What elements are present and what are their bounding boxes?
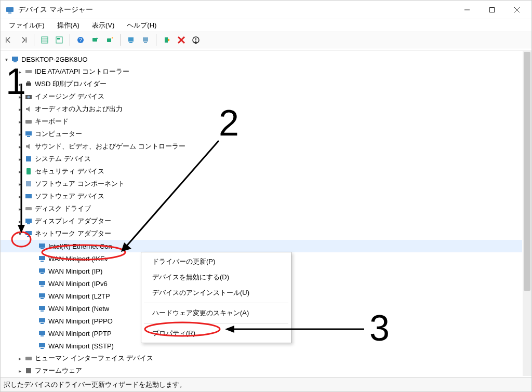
show-hidden-button[interactable]	[38, 34, 51, 46]
svg-rect-60	[39, 343, 45, 347]
svg-rect-18	[129, 42, 132, 43]
svg-rect-19	[143, 37, 148, 42]
enable-button[interactable]	[161, 34, 173, 46]
status-bar: 択したデバイスのドライバー更新ウィザードを起動します。	[1, 377, 531, 391]
maximize-button[interactable]	[480, 1, 504, 19]
chevron-right-icon[interactable]: ▸	[16, 206, 23, 212]
svg-rect-12	[57, 38, 60, 39]
ctx-separator	[144, 323, 288, 323]
camera-icon	[23, 92, 34, 101]
chevron-right-icon[interactable]: ▸	[16, 156, 23, 162]
tree-item[interactable]: ▸ヒューマン インターフェイス デバイス	[1, 352, 522, 364]
chevron-right-icon[interactable]: ▸	[16, 356, 23, 361]
tree-item[interactable]: ▸IDE ATA/ATAPI コントローラー	[1, 65, 522, 78]
back-button[interactable]	[3, 34, 15, 46]
chevron-right-icon[interactable]: ▸	[16, 69, 23, 75]
tree-item-intel-ethernet[interactable]: Intel(R) Ethernet Con	[1, 240, 522, 252]
chevron-right-icon[interactable]: ▸	[16, 144, 23, 150]
menu-help[interactable]: ヘルプ(H)	[122, 20, 162, 31]
svg-rect-52	[39, 293, 45, 298]
svg-rect-17	[128, 37, 134, 42]
status-text: 択したデバイスのドライバー更新ウィザードを起動します。	[4, 380, 186, 389]
network-adapter-icon	[37, 317, 47, 325]
printer-icon	[23, 80, 34, 88]
tree-item[interactable]: ▸ディスク ドライブ	[1, 202, 522, 215]
speaker-icon	[23, 105, 34, 113]
svg-rect-21	[165, 37, 168, 43]
tree-item[interactable]: ▸イメージング デバイス	[1, 90, 522, 103]
svg-rect-42	[25, 231, 32, 235]
tree-item[interactable]: ▸コンピューター	[1, 128, 522, 140]
tree-item-network-adapters[interactable]: ▾ネットワーク アダプター	[1, 227, 522, 240]
chevron-down-icon[interactable]: ▾	[3, 57, 10, 62]
tree-item[interactable]: ▸ディスプレイ アダプター	[1, 215, 522, 227]
svg-rect-6	[6, 37, 7, 43]
menu-action[interactable]: 操作(A)	[52, 20, 85, 31]
svg-rect-7	[26, 37, 27, 43]
uninstall-button[interactable]	[175, 34, 188, 46]
svg-rect-40	[25, 219, 32, 223]
properties-toolbar-button[interactable]	[53, 34, 65, 46]
chevron-right-icon[interactable]: ▸	[16, 368, 23, 374]
ctx-scan-hardware[interactable]: ハードウェア変更のスキャン(A)	[143, 305, 289, 321]
update-driver-button[interactable]	[103, 34, 116, 46]
tree-item[interactable]: ▸オーディオの入力および出力	[1, 103, 522, 115]
chevron-right-icon[interactable]: ▸	[16, 219, 23, 224]
scroll-thumb[interactable]	[524, 52, 530, 291]
svg-rect-43	[27, 236, 30, 237]
device2-button[interactable]	[139, 34, 152, 46]
chevron-right-icon[interactable]: ▸	[16, 131, 23, 137]
tree-item[interactable]: ▸ソフトウェア デバイス	[1, 190, 522, 202]
menu-view[interactable]: 表示(V)	[87, 20, 119, 31]
toolbar-separator	[34, 34, 34, 46]
tree-item[interactable]: ▸セキュリティ デバイス	[1, 165, 522, 178]
chevron-right-icon[interactable]: ▸	[16, 181, 23, 187]
ctx-disable-device[interactable]: デバイスを無効にする(D)	[143, 269, 289, 285]
svg-rect-0	[6, 7, 14, 12]
tree-item[interactable]: ▸WSD 印刷プロバイダー	[1, 78, 522, 90]
tree-item[interactable]: ▸システム デバイス	[1, 153, 522, 165]
ctx-properties[interactable]: プロパティ(R)	[143, 326, 289, 341]
chevron-down-icon[interactable]: ▾	[16, 231, 23, 237]
network-adapter-icon	[37, 242, 47, 250]
keyboard-icon	[23, 117, 34, 126]
svg-rect-55	[41, 310, 44, 312]
tree-item[interactable]: ▸ファームウェア	[1, 364, 522, 376]
forward-button[interactable]	[17, 34, 30, 46]
svg-rect-62	[25, 357, 32, 360]
menu-file[interactable]: ファイル(F)	[4, 20, 50, 31]
chevron-right-icon[interactable]: ▸	[16, 169, 23, 174]
tree-item[interactable]: ▸ソフトウェア コンポーネント	[1, 178, 522, 190]
network-icon	[23, 229, 34, 238]
tree-item[interactable]: ▸キーボード	[1, 115, 522, 128]
svg-rect-58	[39, 331, 45, 335]
help-button[interactable]: ?	[74, 34, 87, 46]
window-title: デバイス マネージャー	[18, 5, 455, 15]
svg-text:?: ?	[79, 37, 82, 43]
chevron-right-icon[interactable]: ▸	[16, 106, 23, 112]
vertical-scrollbar[interactable]	[523, 51, 531, 376]
svg-rect-8	[42, 37, 48, 43]
svg-rect-51	[41, 286, 44, 287]
chevron-right-icon[interactable]: ▸	[16, 94, 23, 100]
tree-root[interactable]: ▾ DESKTOP-2GBK8UO	[1, 53, 522, 65]
ctx-uninstall-device[interactable]: デバイスのアンインストール(U)	[143, 285, 289, 301]
svg-rect-27	[25, 70, 32, 73]
device1-button[interactable]	[125, 34, 137, 46]
svg-rect-47	[41, 261, 44, 262]
chevron-right-icon[interactable]: ▸	[16, 119, 23, 125]
ctx-separator	[144, 303, 288, 303]
chip-icon	[23, 155, 34, 163]
minimize-button[interactable]	[455, 1, 480, 19]
scan-button[interactable]	[89, 34, 101, 46]
ctx-update-driver[interactable]: ドライバーの更新(P)	[143, 254, 289, 269]
display-icon	[23, 217, 34, 225]
svg-rect-36	[26, 168, 31, 174]
svg-rect-41	[27, 223, 30, 224]
svg-rect-61	[41, 348, 44, 349]
close-button[interactable]	[504, 1, 529, 19]
chevron-right-icon[interactable]: ▸	[16, 194, 23, 199]
chevron-right-icon[interactable]: ▸	[16, 82, 23, 87]
disable-button[interactable]	[190, 34, 202, 46]
tree-item[interactable]: ▸サウンド、ビデオ、およびゲーム コントローラー	[1, 140, 522, 153]
